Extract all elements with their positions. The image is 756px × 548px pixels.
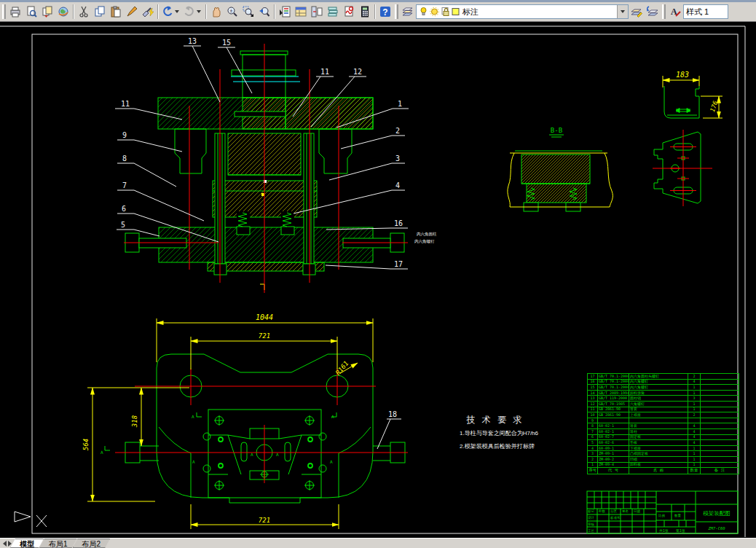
tb-label-mark: 标记	[587, 509, 595, 514]
toolbar-separator	[73, 4, 74, 19]
dim-1044: 1044	[256, 313, 273, 321]
callout-4: 4	[395, 181, 400, 189]
redo-dropdown-arrow[interactable]	[197, 10, 201, 13]
dim-183: 183	[676, 71, 689, 79]
zoom-previous-icon[interactable]	[256, 4, 272, 20]
side-note-line2: 内六角螺钉	[414, 239, 435, 243]
crosshair-cursor	[36, 515, 47, 527]
layer-combo[interactable]: 标注	[416, 4, 629, 19]
tb-label-count: 处数	[599, 509, 606, 513]
help-icon[interactable]: ?	[377, 4, 393, 20]
match-properties-icon[interactable]	[140, 4, 156, 20]
tb-label-qty: 数量	[674, 514, 682, 517]
make-object-layer-current-icon[interactable]	[629, 4, 645, 20]
undo-button[interactable]	[160, 4, 182, 20]
tab-model[interactable]: 模型	[10, 539, 44, 548]
bom-row: 460-09-1下模座1	[588, 445, 739, 451]
svg-text:A: A	[192, 459, 195, 464]
paste-icon[interactable]	[108, 4, 124, 20]
tab-scroll-right-icon[interactable]	[8, 541, 12, 547]
hyperlink-globe-icon[interactable]	[55, 4, 71, 20]
side-note-line1: 内六角圆柱	[417, 232, 437, 237]
osnap-dot	[261, 193, 264, 196]
callout-11b: 11	[320, 68, 329, 76]
bom-row: 15GB/T 70.1-2000内六角螺钉1	[588, 385, 739, 391]
tab-scroll-left-icon[interactable]	[3, 541, 7, 547]
pan-icon[interactable]	[208, 4, 224, 20]
section-bb-label: B-B	[551, 127, 562, 134]
bom-row: 3ZM-09-1凸模固定板1	[588, 451, 739, 457]
toolbar-grip[interactable]	[2, 4, 6, 19]
style-combo-value: 样式 1	[684, 7, 728, 17]
callout-13: 13	[188, 37, 197, 45]
publish-icon[interactable]	[39, 4, 55, 20]
tb-drawing-name: 模架装配图	[703, 510, 731, 517]
section-bb: B-B	[508, 127, 613, 211]
tb-sheet-no: 第1张	[676, 528, 685, 533]
plan-view: AA AA AA A	[101, 354, 405, 503]
zoom-realtime-icon[interactable]: ±	[224, 4, 240, 20]
svg-text:A: A	[330, 459, 333, 464]
callout-9: 9	[122, 131, 127, 139]
layer-properties-manager-icon[interactable]	[400, 4, 416, 20]
side-profile-centerlines	[653, 130, 712, 206]
dim-564: 564	[82, 439, 90, 450]
toolbar-separator	[157, 4, 159, 19]
bom-row: 2ZM-09-2凹模1	[588, 456, 739, 462]
svg-text:±: ±	[230, 8, 233, 13]
tb-label-design: 设计	[588, 515, 595, 520]
svg-text:?: ?	[382, 7, 387, 17]
tab-layout2[interactable]: 布局2	[73, 539, 111, 548]
tab-layout1-label: 布局1	[49, 540, 68, 548]
tech-req-line1: 1.导柱与导套之间配合为H7/h6	[460, 430, 539, 437]
dim-721-top: 721	[259, 332, 270, 340]
format-painter-icon[interactable]	[124, 4, 140, 20]
dim-176: 176	[709, 100, 719, 113]
bom-row: 10GB 2861-90上模座2	[588, 412, 739, 418]
print-preview-icon[interactable]	[23, 4, 39, 20]
tb-sheets: 共1张	[659, 528, 669, 533]
plot-icon[interactable]	[7, 4, 23, 20]
plan-centerlines	[115, 369, 408, 483]
tab-layout1[interactable]: 布局1	[39, 539, 77, 548]
callout-8: 8	[122, 154, 127, 163]
tb-label-process: 工艺	[588, 528, 595, 533]
layer-combo-value: 标注	[460, 7, 617, 17]
dim-318: 318	[131, 415, 138, 428]
quickcalc-icon[interactable]	[357, 4, 373, 20]
callout-12: 12	[353, 68, 362, 76]
drawing-canvas-area[interactable]: B-B	[0, 22, 756, 538]
text-style-icon[interactable]: A	[667, 4, 683, 20]
zoom-window-icon[interactable]	[240, 4, 256, 20]
callout-6: 6	[122, 205, 126, 213]
redo-button[interactable]	[182, 4, 204, 20]
break-lines	[231, 77, 300, 82]
toolbar-grip[interactable]	[395, 4, 398, 19]
title-block: 标记 处数 分区 签名 日期 设计 审核 工艺 标准化 比例 数量 共1张 第1…	[587, 491, 738, 533]
toolbar-grip[interactable]	[662, 4, 666, 19]
bom-row: 11GB 2861-90导套1	[588, 407, 739, 412]
markup-set-manager-icon[interactable]	[341, 4, 357, 20]
callout-1: 1	[398, 100, 402, 108]
copy-icon[interactable]	[92, 4, 108, 20]
layer-combo-dropdown[interactable]	[617, 5, 628, 18]
tb-drawing-code: ZM7-C60	[707, 526, 725, 531]
bracket-detail: 183 176	[663, 71, 722, 118]
cut-icon[interactable]	[76, 4, 92, 20]
bom-row: 16GB/T 70.1-2000内六角螺钉4	[588, 379, 739, 385]
undo-dropdown-arrow[interactable]	[175, 10, 179, 13]
properties-icon[interactable]	[277, 4, 293, 20]
tool-palettes-icon[interactable]	[309, 4, 325, 20]
layer-previous-icon[interactable]	[645, 4, 661, 20]
dim-721-bottom: 721	[259, 517, 270, 524]
bom-row: 660-02-7固定板4	[588, 434, 739, 440]
main-toolbar: ± ? 标注 A 样式 1	[0, 2, 756, 22]
layer-state-icons	[417, 7, 460, 17]
tb-label-standard: 标准化	[610, 515, 621, 520]
toolbar-separator	[205, 4, 207, 19]
bom-row: 760-02-1导柱4	[588, 428, 739, 434]
callout-3: 3	[395, 154, 400, 163]
style-combo[interactable]: 样式 1	[683, 4, 728, 19]
sheet-set-manager-icon[interactable]	[325, 4, 341, 20]
designcenter-icon[interactable]	[293, 4, 309, 20]
